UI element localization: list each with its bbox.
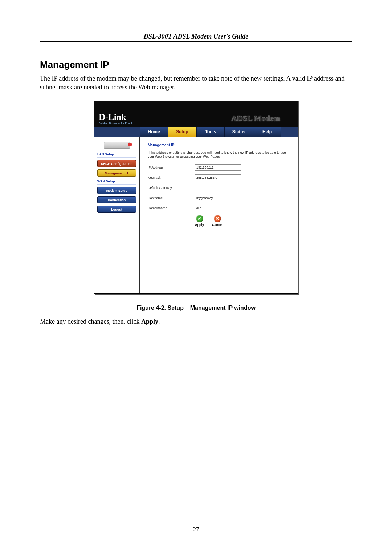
gateway-input[interactable] [195,185,241,191]
netmask-label: NetMask [148,176,195,179]
check-icon: ✓ [196,215,203,222]
section-heading: Management IP [40,59,352,70]
tab-tools[interactable]: Tools [196,127,225,137]
tab-bar: Home Setup Tools Status Help [94,127,298,137]
panel-title: Management IP [148,143,291,147]
gateway-label: Default Gateway [148,186,195,190]
figure-caption: Figure 4-2. Setup – Management IP window [40,305,352,311]
brand-block: D-Link Building Networks for People [99,113,133,125]
panel-note: If this address or setting is changed, y… [148,151,291,159]
follow-bold: Apply [141,318,158,325]
netmask-input[interactable] [195,174,241,181]
content-panel: Management IP If this address or setting… [140,137,298,294]
brand-logo: D-Link [99,113,133,122]
sidebar-item-connection[interactable]: Connection [97,196,136,203]
sidebar-group-lan: LAN Setup [97,153,136,158]
domainname-label: Domainname [148,206,195,210]
apply-label: Apply [195,223,204,227]
page-number: 27 [40,524,352,533]
follow-post: . [158,318,160,325]
device-thumbnail [97,141,136,150]
sidebar-item-logout[interactable]: Logout [97,206,136,213]
modem-ui-screenshot: D-Link Building Networks for People ADSL… [94,101,298,294]
ip-address-input[interactable] [195,164,241,171]
apply-button[interactable]: ✓ Apply [195,215,204,227]
follow-paragraph: Make any desired changes, then, click Ap… [40,318,352,325]
intro-paragraph: The IP address of the modem may be chang… [40,74,352,92]
brand-tagline: Building Networks for People [99,122,133,125]
cancel-label: Cancel [212,223,223,227]
tab-setup[interactable]: Setup [168,127,196,137]
ip-address-label: IP Address [148,166,195,169]
tab-status[interactable]: Status [225,127,253,137]
sidebar: LAN Setup DHCP Configuration Management … [94,137,140,294]
page-header: DSL-300T ADSL Modem User's Guide [144,33,249,40]
domainname-input[interactable] [195,205,241,211]
follow-pre: Make any desired changes, then, click [40,318,141,325]
close-icon: ✕ [214,215,221,222]
tab-home[interactable]: Home [140,127,168,137]
product-title: ADSL Modem [231,114,291,125]
sidebar-group-wan: WAN Setup [97,179,136,185]
tab-help[interactable]: Help [253,127,281,137]
hostname-label: Hostname [148,196,195,200]
sidebar-item-management-ip[interactable]: Management IP [97,169,136,177]
hostname-input[interactable] [195,195,241,201]
cancel-button[interactable]: ✕ Cancel [212,215,223,227]
sidebar-item-dhcp[interactable]: DHCP Configuration [97,160,136,167]
sidebar-item-modem-setup[interactable]: Modem Setup [97,187,136,194]
